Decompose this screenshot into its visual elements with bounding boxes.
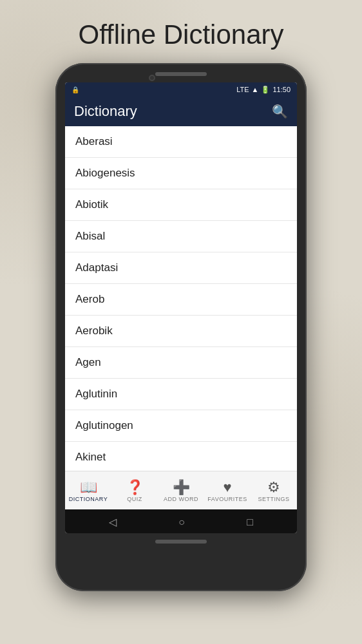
phone-camera — [149, 75, 155, 81]
battery-icon: 🔋 — [261, 86, 270, 94]
nav-item-add_word[interactable]: ➕ADD WORD — [158, 480, 204, 502]
side-button-right — [306, 179, 307, 211]
list-item[interactable]: Aerob — [65, 284, 297, 316]
app-bar-title: Dictionary — [74, 103, 137, 120]
list-item[interactable]: Aberasi — [65, 126, 297, 158]
nav-icon-settings: ⚙ — [267, 480, 280, 495]
signal-bars: ▲ — [252, 86, 259, 93]
list-item[interactable]: Agen — [65, 347, 297, 379]
nav-label-quiz: QUIZ — [127, 496, 142, 502]
back-button[interactable]: ◁ — [109, 516, 117, 528]
nav-icon-quiz: ❓ — [126, 480, 144, 495]
app-bar: Dictionary 🔍 — [65, 97, 297, 126]
nav-icon-favourites: ♥ — [223, 480, 231, 495]
nav-icon-add_word: ➕ — [173, 480, 190, 495]
list-item[interactable]: Akinet — [65, 442, 297, 471]
bottom-nav: 📖DICTIONARY❓QUIZ➕ADD WORD♥FAVOURITES⚙SET… — [65, 471, 297, 509]
recent-button[interactable]: □ — [247, 516, 253, 528]
phone-speaker-top — [155, 72, 207, 76]
list-item[interactable]: Abisal — [65, 221, 297, 252]
nav-label-settings: SETTINGS — [258, 496, 289, 502]
screen: 🔒 LTE ▲ 🔋 11:50 Dictionary 🔍 AberasiAbio… — [65, 82, 297, 533]
nav-label-favourites: FAVOURITES — [207, 496, 247, 502]
home-button[interactable]: ○ — [178, 516, 185, 528]
list-item[interactable]: Adaptasi — [65, 252, 297, 284]
nav-icon-dictionary: 📖 — [80, 480, 97, 495]
clock: 11:50 — [272, 86, 291, 93]
nav-item-dictionary[interactable]: 📖DICTIONARY — [65, 480, 111, 502]
system-nav-bar: ◁ ○ □ — [65, 509, 297, 533]
lock-icon: 🔒 — [71, 86, 79, 93]
word-list: AberasiAbiogenesisAbiotikAbisalAdaptasiA… — [65, 126, 297, 471]
signal-icon: LTE — [236, 86, 249, 93]
phone-speaker-bottom — [155, 540, 207, 544]
nav-label-dictionary: DICTIONARY — [69, 496, 108, 502]
status-bar: 🔒 LTE ▲ 🔋 11:50 — [65, 82, 297, 97]
search-button[interactable]: 🔍 — [272, 105, 288, 118]
nav-item-favourites[interactable]: ♥FAVOURITES — [204, 480, 251, 502]
side-button-left-1 — [55, 160, 56, 179]
list-item[interactable]: Abiotik — [65, 189, 297, 221]
list-item[interactable]: Abiogenesis — [65, 158, 297, 189]
status-right: LTE ▲ 🔋 11:50 — [236, 86, 291, 94]
page-title: Offline Dictionary — [65, 0, 296, 63]
side-button-left-2 — [55, 192, 56, 224]
nav-label-add_word: ADD WORD — [164, 496, 198, 502]
nav-item-settings[interactable]: ⚙SETTINGS — [251, 480, 297, 502]
status-left: 🔒 — [71, 86, 79, 93]
list-item[interactable]: Aerobik — [65, 316, 297, 347]
nav-item-quiz[interactable]: ❓QUIZ — [111, 480, 158, 502]
phone-shell: 🔒 LTE ▲ 🔋 11:50 Dictionary 🔍 AberasiAbio… — [55, 63, 307, 591]
list-item[interactable]: Aglutinin — [65, 379, 297, 410]
list-item[interactable]: Aglutinogen — [65, 410, 297, 442]
side-button-left-3 — [55, 234, 56, 266]
